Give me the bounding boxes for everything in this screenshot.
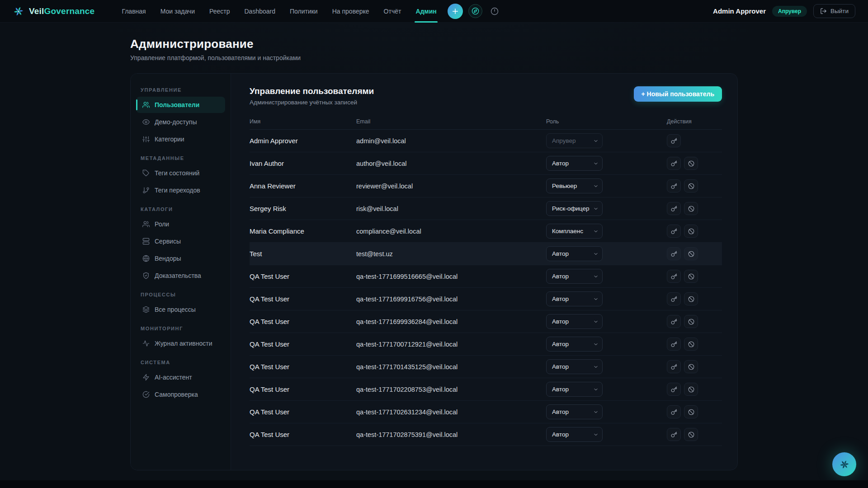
table-row: Sergey Riskrisk@veil.localРиск-офицер	[250, 197, 722, 220]
sidebar-item-5-1[interactable]: Самопроверка	[136, 386, 225, 403]
sidebar-item-2-3[interactable]: Доказательства	[136, 267, 225, 284]
sidebar-item-label: Доказательства	[155, 272, 201, 279]
reset-password-button[interactable]	[667, 292, 681, 305]
role-select[interactable]: Ревьюер	[546, 178, 603, 193]
nav-item-3[interactable]: Dashboard	[238, 0, 282, 23]
role-select[interactable]: Автор	[546, 269, 603, 284]
role-select[interactable]: Автор	[546, 337, 603, 352]
role-select[interactable]: Автор	[546, 246, 603, 261]
assistant-fab[interactable]	[832, 452, 856, 476]
block-user-button[interactable]	[684, 360, 698, 373]
role-select[interactable]: Риск-офицер	[546, 201, 603, 216]
sidebar-item-0-2[interactable]: Категории	[136, 131, 225, 147]
block-user-button[interactable]	[684, 157, 698, 170]
ban-icon	[688, 432, 694, 438]
sidebar-item-label: Категории	[155, 136, 184, 143]
block-user-button[interactable]	[684, 225, 698, 238]
brand[interactable]: VeilGovernance	[13, 5, 94, 17]
nav-item-7[interactable]: Админ	[409, 0, 443, 23]
block-user-button[interactable]	[684, 315, 698, 328]
sidebar-item-4-0[interactable]: Журнал активности	[136, 335, 225, 352]
user-name-cell: QA Test User	[250, 408, 356, 416]
sidebar-item-5-0[interactable]: AI-ассистент	[136, 369, 225, 385]
nav-item-0[interactable]: Главная	[115, 0, 152, 23]
history-button[interactable]	[488, 5, 501, 18]
role-select[interactable]: Автор	[546, 404, 603, 419]
reset-password-button[interactable]	[667, 247, 681, 260]
logout-button[interactable]: Выйти	[813, 4, 855, 18]
block-user-button[interactable]	[684, 428, 698, 441]
layers-icon	[142, 306, 150, 313]
user-role-cell: Автор	[546, 404, 667, 419]
role-select[interactable]: Комплаенс	[546, 224, 603, 239]
role-select[interactable]: Автор	[546, 314, 603, 329]
sidebar-item-label: Все процессы	[155, 306, 196, 313]
create-button[interactable]	[448, 4, 463, 19]
user-role-cell: Автор	[546, 427, 667, 442]
sidebar-item-1-1[interactable]: Теги переходов	[136, 182, 225, 198]
explore-button[interactable]	[468, 4, 482, 18]
brand-name: VeilGovernance	[29, 6, 94, 16]
sidebar-item-3-0[interactable]: Все процессы	[136, 301, 225, 318]
user-email-cell: test@test.uz	[356, 250, 546, 258]
user-email-cell: qa-test-1771702208753@veil.local	[356, 386, 546, 393]
block-user-button[interactable]	[684, 292, 698, 305]
sidebar-item-0-1[interactable]: Демо-доступы	[136, 114, 225, 130]
block-user-button[interactable]	[684, 179, 698, 192]
reset-password-button[interactable]	[667, 202, 681, 215]
table-row: QA Test Userqa-test-1771699916756@veil.l…	[250, 288, 722, 310]
nav-item-5[interactable]: На проверке	[326, 0, 376, 23]
reset-password-button[interactable]	[667, 428, 681, 441]
sidebar-item-2-1[interactable]: Сервисы	[136, 233, 225, 249]
block-user-button[interactable]	[684, 383, 698, 396]
ban-icon	[688, 386, 694, 393]
zap-icon	[142, 374, 150, 381]
block-user-button[interactable]	[684, 247, 698, 260]
role-select[interactable]: Автор	[546, 359, 603, 374]
reset-password-button[interactable]	[667, 338, 681, 351]
reset-password-button[interactable]	[667, 405, 681, 418]
key-icon	[671, 296, 677, 302]
sidebar-item-0-0[interactable]: Пользователи	[136, 97, 225, 113]
user-name-cell: QA Test User	[250, 272, 356, 280]
user-role-cell: Ревьюер	[546, 178, 667, 193]
block-user-button[interactable]	[684, 338, 698, 351]
role-select[interactable]: Апрувер	[546, 133, 603, 148]
new-user-button[interactable]: + Новый пользователь	[634, 86, 722, 102]
reset-password-button[interactable]	[667, 360, 681, 373]
nav-item-6[interactable]: Отчёт	[377, 0, 408, 23]
reset-password-button[interactable]	[667, 134, 681, 147]
user-email-cell: qa-test-1771701435125@veil.local	[356, 363, 546, 371]
sidebar-item-2-0[interactable]: Роли	[136, 216, 225, 232]
user-email-cell: qa-test-1771699516665@veil.local	[356, 273, 546, 280]
users-table-body: Admin Approveradmin@veil.localАпруверIva…	[250, 130, 722, 446]
shield-check-icon	[142, 272, 150, 279]
users-icon	[142, 221, 150, 228]
log-out-icon	[820, 8, 827, 14]
user-email-cell: reviewer@veil.local	[356, 183, 546, 190]
role-select[interactable]: Автор	[546, 382, 603, 397]
role-select[interactable]: Автор	[546, 156, 603, 171]
sidebar-item-2-2[interactable]: Вендоры	[136, 250, 225, 267]
ban-icon	[688, 183, 694, 189]
sidebar-item-label: Вендоры	[155, 255, 181, 262]
sidebar-item-1-0[interactable]: Теги состояний	[136, 165, 225, 181]
block-user-button[interactable]	[684, 405, 698, 418]
reset-password-button[interactable]	[667, 225, 681, 238]
user-actions-cell	[667, 134, 722, 147]
nav-item-2[interactable]: Реестр	[203, 0, 236, 23]
block-user-button[interactable]	[684, 270, 698, 283]
nav-item-4[interactable]: Политики	[283, 0, 324, 23]
reset-password-button[interactable]	[667, 315, 681, 328]
block-user-button[interactable]	[684, 202, 698, 215]
reset-password-button[interactable]	[667, 383, 681, 396]
role-select[interactable]: Автор	[546, 291, 603, 306]
eye-icon	[142, 118, 150, 126]
activity-icon	[142, 340, 150, 347]
role-select[interactable]: Автор	[546, 427, 603, 442]
reset-password-button[interactable]	[667, 270, 681, 283]
user-name-cell: QA Test User	[250, 318, 356, 325]
reset-password-button[interactable]	[667, 157, 681, 170]
nav-item-1[interactable]: Мои задачи	[154, 0, 201, 23]
reset-password-button[interactable]	[667, 179, 681, 192]
